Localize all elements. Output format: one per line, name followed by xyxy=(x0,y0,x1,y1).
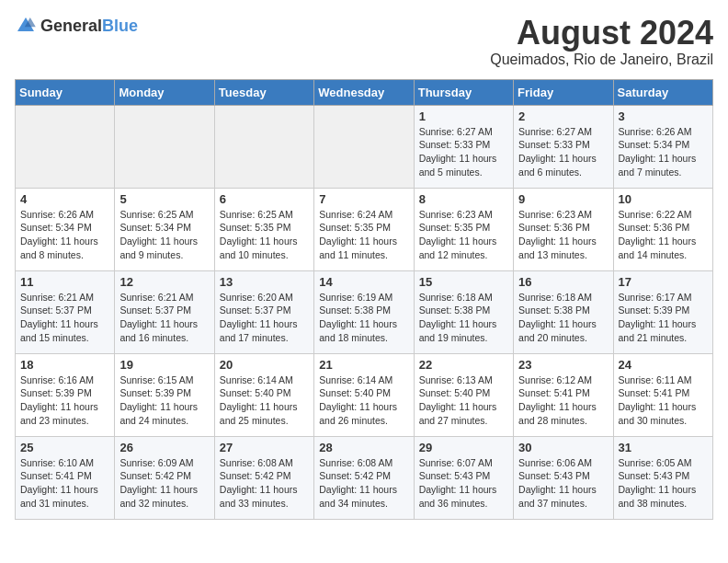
logo-icon xyxy=(15,15,37,37)
day-number: 30 xyxy=(518,441,608,454)
calendar-cell: 28Sunrise: 6:08 AM Sunset: 5:42 PM Dayli… xyxy=(314,436,414,519)
header-row: Sunday Monday Tuesday Wednesday Thursday… xyxy=(16,79,713,105)
day-number: 7 xyxy=(319,192,408,206)
header-sunday: Sunday xyxy=(16,79,115,105)
day-number: 31 xyxy=(619,441,708,454)
title-block: August 2024 Queimados, Rio de Janeiro, B… xyxy=(490,15,713,68)
day-info: Sunrise: 6:22 AM Sunset: 5:36 PM Dayligh… xyxy=(619,208,708,262)
day-info: Sunrise: 6:10 AM Sunset: 5:41 PM Dayligh… xyxy=(20,456,109,511)
calendar-header: Sunday Monday Tuesday Wednesday Thursday… xyxy=(16,79,713,105)
day-info: Sunrise: 6:23 AM Sunset: 5:35 PM Dayligh… xyxy=(419,208,508,262)
calendar-cell: 13Sunrise: 6:20 AM Sunset: 5:37 PM Dayli… xyxy=(214,270,313,353)
calendar-cell: 25Sunrise: 6:10 AM Sunset: 5:41 PM Dayli… xyxy=(16,436,115,519)
day-number: 13 xyxy=(220,275,309,289)
day-info: Sunrise: 6:08 AM Sunset: 5:42 PM Dayligh… xyxy=(220,456,309,511)
calendar-cell: 15Sunrise: 6:18 AM Sunset: 5:38 PM Dayli… xyxy=(414,270,513,353)
calendar-cell: 17Sunrise: 6:17 AM Sunset: 5:39 PM Dayli… xyxy=(613,270,712,353)
header-saturday: Saturday xyxy=(613,79,712,105)
calendar-cell: 5Sunrise: 6:25 AM Sunset: 5:34 PM Daylig… xyxy=(115,188,214,270)
calendar-week-row: 18Sunrise: 6:16 AM Sunset: 5:39 PM Dayli… xyxy=(16,353,713,436)
calendar-cell: 18Sunrise: 6:16 AM Sunset: 5:39 PM Dayli… xyxy=(16,353,115,436)
calendar-cell: 31Sunrise: 6:05 AM Sunset: 5:43 PM Dayli… xyxy=(613,436,712,519)
calendar-week-row: 25Sunrise: 6:10 AM Sunset: 5:41 PM Dayli… xyxy=(16,436,713,519)
calendar-cell: 29Sunrise: 6:07 AM Sunset: 5:43 PM Dayli… xyxy=(414,436,513,519)
calendar-week-row: 1Sunrise: 6:27 AM Sunset: 5:33 PM Daylig… xyxy=(16,105,713,188)
calendar-cell: 7Sunrise: 6:24 AM Sunset: 5:35 PM Daylig… xyxy=(314,188,414,270)
day-info: Sunrise: 6:12 AM Sunset: 5:41 PM Dayligh… xyxy=(518,373,608,428)
day-number: 28 xyxy=(319,441,408,454)
day-info: Sunrise: 6:19 AM Sunset: 5:38 PM Dayligh… xyxy=(319,291,408,345)
calendar-cell: 23Sunrise: 6:12 AM Sunset: 5:41 PM Dayli… xyxy=(514,353,613,436)
calendar-cell: 24Sunrise: 6:11 AM Sunset: 5:41 PM Dayli… xyxy=(613,353,712,436)
calendar-cell xyxy=(115,105,214,188)
day-number: 8 xyxy=(419,192,508,206)
calendar-cell xyxy=(16,105,115,188)
page-header: General Blue August 2024 Queimados, Rio … xyxy=(15,15,713,68)
month-title: August 2024 xyxy=(490,15,713,52)
day-number: 29 xyxy=(419,441,508,454)
calendar-cell: 14Sunrise: 6:19 AM Sunset: 5:38 PM Dayli… xyxy=(314,270,414,353)
day-number: 5 xyxy=(119,192,209,206)
calendar-cell: 8Sunrise: 6:23 AM Sunset: 5:35 PM Daylig… xyxy=(414,188,513,270)
day-info: Sunrise: 6:18 AM Sunset: 5:38 PM Dayligh… xyxy=(518,291,608,345)
day-number: 3 xyxy=(619,109,708,123)
calendar-cell: 10Sunrise: 6:22 AM Sunset: 5:36 PM Dayli… xyxy=(613,188,712,270)
calendar-table: Sunday Monday Tuesday Wednesday Thursday… xyxy=(15,79,713,520)
day-number: 19 xyxy=(119,358,209,372)
header-tuesday: Tuesday xyxy=(214,79,313,105)
day-info: Sunrise: 6:27 AM Sunset: 5:33 PM Dayligh… xyxy=(419,125,508,179)
day-info: Sunrise: 6:25 AM Sunset: 5:34 PM Dayligh… xyxy=(119,208,209,262)
day-number: 11 xyxy=(20,275,109,289)
day-info: Sunrise: 6:21 AM Sunset: 5:37 PM Dayligh… xyxy=(119,291,209,345)
day-number: 15 xyxy=(419,275,508,289)
calendar-cell: 27Sunrise: 6:08 AM Sunset: 5:42 PM Dayli… xyxy=(214,436,313,519)
day-number: 12 xyxy=(119,275,209,289)
day-info: Sunrise: 6:20 AM Sunset: 5:37 PM Dayligh… xyxy=(220,291,309,345)
day-info: Sunrise: 6:26 AM Sunset: 5:34 PM Dayligh… xyxy=(20,208,109,262)
calendar-week-row: 11Sunrise: 6:21 AM Sunset: 5:37 PM Dayli… xyxy=(16,270,713,353)
day-number: 24 xyxy=(619,358,708,372)
day-number: 14 xyxy=(319,275,408,289)
day-info: Sunrise: 6:08 AM Sunset: 5:42 PM Dayligh… xyxy=(319,456,408,511)
day-number: 4 xyxy=(20,192,109,206)
calendar-cell: 9Sunrise: 6:23 AM Sunset: 5:36 PM Daylig… xyxy=(514,188,613,270)
logo-general: General xyxy=(40,17,102,36)
calendar-cell: 16Sunrise: 6:18 AM Sunset: 5:38 PM Dayli… xyxy=(514,270,613,353)
day-number: 25 xyxy=(20,441,109,454)
calendar-body: 1Sunrise: 6:27 AM Sunset: 5:33 PM Daylig… xyxy=(16,105,713,519)
day-info: Sunrise: 6:13 AM Sunset: 5:40 PM Dayligh… xyxy=(419,373,508,428)
day-number: 2 xyxy=(518,109,608,123)
header-monday: Monday xyxy=(115,79,214,105)
calendar-cell: 22Sunrise: 6:13 AM Sunset: 5:40 PM Dayli… xyxy=(414,353,513,436)
day-number: 23 xyxy=(518,358,608,372)
day-number: 18 xyxy=(20,358,109,372)
calendar-cell: 11Sunrise: 6:21 AM Sunset: 5:37 PM Dayli… xyxy=(16,270,115,353)
day-info: Sunrise: 6:16 AM Sunset: 5:39 PM Dayligh… xyxy=(20,373,109,428)
calendar-cell: 1Sunrise: 6:27 AM Sunset: 5:33 PM Daylig… xyxy=(414,105,513,188)
day-number: 17 xyxy=(619,275,708,289)
day-number: 16 xyxy=(518,275,608,289)
calendar-cell: 19Sunrise: 6:15 AM Sunset: 5:39 PM Dayli… xyxy=(115,353,214,436)
day-number: 21 xyxy=(319,358,408,372)
calendar-cell: 26Sunrise: 6:09 AM Sunset: 5:42 PM Dayli… xyxy=(115,436,214,519)
calendar-cell: 12Sunrise: 6:21 AM Sunset: 5:37 PM Dayli… xyxy=(115,270,214,353)
day-number: 22 xyxy=(419,358,508,372)
header-friday: Friday xyxy=(514,79,613,105)
day-number: 9 xyxy=(518,192,608,206)
day-number: 1 xyxy=(419,109,508,123)
calendar-cell: 6Sunrise: 6:25 AM Sunset: 5:35 PM Daylig… xyxy=(214,188,313,270)
day-number: 20 xyxy=(220,358,309,372)
calendar-cell xyxy=(314,105,414,188)
day-info: Sunrise: 6:05 AM Sunset: 5:43 PM Dayligh… xyxy=(619,456,708,511)
day-info: Sunrise: 6:24 AM Sunset: 5:35 PM Dayligh… xyxy=(319,208,408,262)
calendar-cell: 3Sunrise: 6:26 AM Sunset: 5:34 PM Daylig… xyxy=(613,105,712,188)
day-info: Sunrise: 6:15 AM Sunset: 5:39 PM Dayligh… xyxy=(119,373,209,428)
calendar-cell: 20Sunrise: 6:14 AM Sunset: 5:40 PM Dayli… xyxy=(214,353,313,436)
calendar-week-row: 4Sunrise: 6:26 AM Sunset: 5:34 PM Daylig… xyxy=(16,188,713,270)
calendar-cell: 2Sunrise: 6:27 AM Sunset: 5:33 PM Daylig… xyxy=(514,105,613,188)
day-number: 6 xyxy=(220,192,309,206)
day-info: Sunrise: 6:25 AM Sunset: 5:35 PM Dayligh… xyxy=(220,208,309,262)
day-number: 27 xyxy=(220,441,309,454)
header-thursday: Thursday xyxy=(414,79,513,105)
location: Queimados, Rio de Janeiro, Brazil xyxy=(490,52,713,68)
